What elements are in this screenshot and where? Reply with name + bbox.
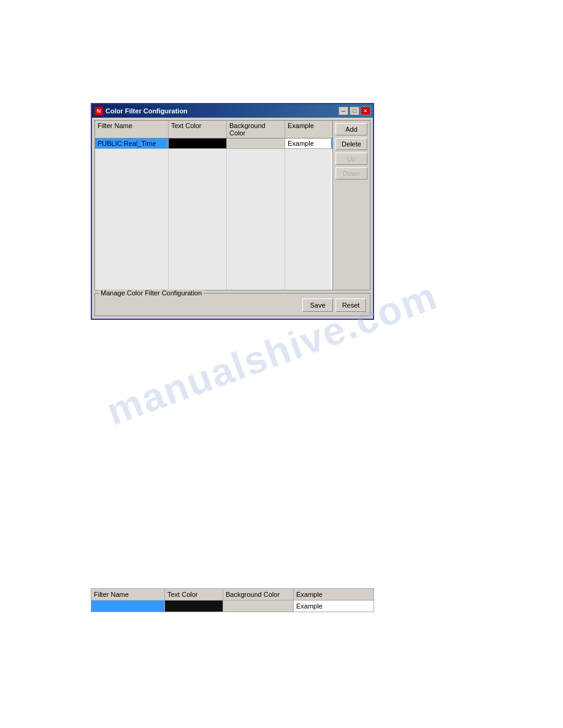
- col-filter-name: Filter Name: [95, 121, 169, 138]
- up-button[interactable]: Up: [335, 153, 367, 165]
- empty-col-2: [169, 149, 227, 290]
- table-row[interactable]: PUBLIC:Real_Time Example: [95, 138, 332, 149]
- col-bg-color: Background Color: [227, 121, 285, 138]
- save-button[interactable]: Save: [302, 298, 333, 312]
- down-button[interactable]: Down: [335, 167, 367, 180]
- delete-button[interactable]: Delete: [335, 138, 367, 150]
- bottom-table-row: Example: [91, 600, 374, 612]
- empty-col-4: [285, 149, 331, 290]
- dialog-title: Color Filter Configuration: [105, 107, 188, 115]
- col-text-color: Text Color: [169, 121, 227, 138]
- row-bg-color[interactable]: [227, 138, 285, 148]
- table-header: Filter Name Text Color Background Color …: [95, 121, 332, 138]
- table-empty-area: [95, 149, 332, 290]
- row-text-color[interactable]: [169, 138, 227, 148]
- bottom-table-header: Filter Name Text Color Background Color …: [91, 588, 374, 600]
- manage-section-label: Manage Color Filter Configuration: [99, 289, 204, 297]
- filter-table: Filter Name Text Color Background Color …: [95, 121, 333, 290]
- restore-button[interactable]: □: [350, 107, 359, 115]
- app-icon: N: [94, 107, 103, 115]
- empty-col-3: [227, 149, 285, 290]
- col-example: Example: [285, 121, 331, 138]
- manage-section: Manage Color Filter Configuration Save R…: [94, 293, 370, 316]
- bottom-row-textcolor: [165, 601, 223, 612]
- row-filter-name: PUBLIC:Real_Time: [95, 138, 169, 148]
- minimize-button[interactable]: ─: [339, 107, 348, 115]
- bottom-table-wrapper: Filter Name Text Color Background Color …: [91, 588, 374, 612]
- row-example: Example: [285, 138, 331, 148]
- dialog-frame: N Color Filter Configuration ─ □ ✕ Filte…: [91, 103, 374, 320]
- filter-table-container: Filter Name Text Color Background Color …: [94, 120, 370, 290]
- add-button[interactable]: Add: [335, 123, 367, 135]
- reset-button[interactable]: Reset: [335, 298, 366, 312]
- bottom-col-bg-color: Background Color: [223, 589, 294, 600]
- manage-buttons: Save Reset: [98, 296, 367, 313]
- bottom-col-filter-name: Filter Name: [91, 589, 165, 600]
- bottom-row-bgcolor: [223, 601, 294, 612]
- close-button[interactable]: ✕: [361, 107, 370, 115]
- dialog-body: Filter Name Text Color Background Color …: [92, 118, 373, 319]
- bottom-row-name: [91, 601, 165, 612]
- bottom-row-example: Example: [294, 601, 349, 612]
- titlebar: N Color Filter Configuration ─ □ ✕: [92, 104, 373, 118]
- title-left: N Color Filter Configuration: [94, 107, 188, 115]
- titlebar-buttons: ─ □ ✕: [339, 107, 370, 115]
- empty-col-1: [95, 149, 169, 290]
- bottom-col-example: Example: [294, 589, 349, 600]
- bottom-col-text-color: Text Color: [165, 589, 223, 600]
- action-buttons-panel: Add Delete Up Down: [333, 121, 370, 290]
- color-filter-dialog: N Color Filter Configuration ─ □ ✕ Filte…: [91, 103, 374, 320]
